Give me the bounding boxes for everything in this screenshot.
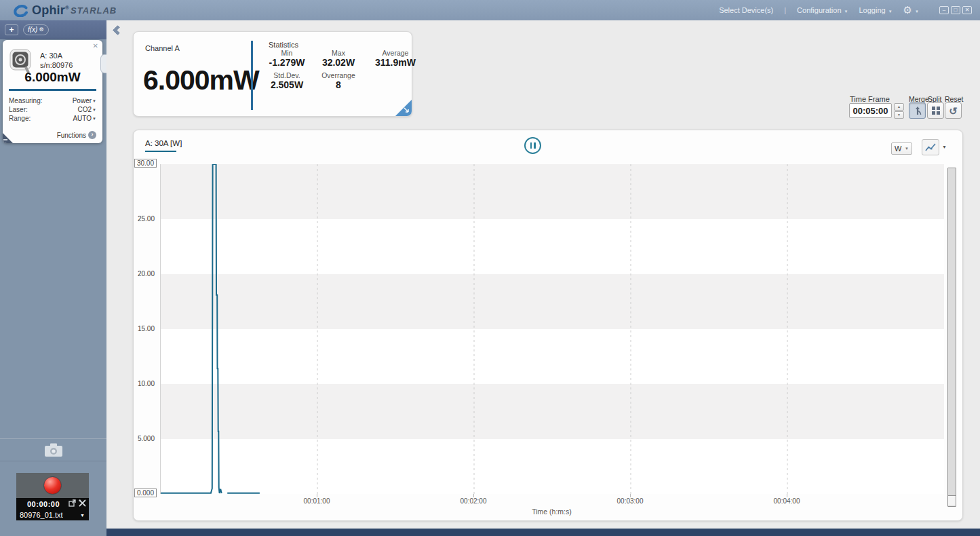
menu-configuration[interactable]: Configuration▼ xyxy=(797,6,848,14)
recording-panel: 00:00:00 80976_01.txt ▼ xyxy=(16,473,89,520)
spinner-up-icon[interactable]: ▲ xyxy=(894,103,904,111)
chevron-down-icon[interactable]: ▼ xyxy=(942,145,947,149)
stat-value: 2.505W xyxy=(261,79,313,90)
tools-icon[interactable] xyxy=(79,499,86,507)
laser-row: Laser: CO2▼ xyxy=(9,106,96,115)
close-button[interactable]: ✕ xyxy=(962,6,972,14)
recording-filename: 80976_01.txt xyxy=(20,511,63,519)
recording-panel-top xyxy=(16,473,89,498)
split-button[interactable] xyxy=(927,102,944,119)
starlab-window: Ophir® STARLAB Select Device(s) | Config… xyxy=(0,0,980,536)
gear-icon: ⚙ xyxy=(39,25,43,35)
slider-thumb[interactable] xyxy=(948,495,956,505)
unit-select[interactable]: W ▼ xyxy=(891,142,912,155)
top-menu: Select Device(s) | Configuration▼ Loggin… xyxy=(719,0,972,20)
stat-average: Average 311.9mW xyxy=(364,49,427,68)
stat-value: 8 xyxy=(313,79,364,90)
record-button[interactable] xyxy=(43,476,62,495)
x-axis-tick: 00:02:00 xyxy=(453,497,494,505)
pause-icon xyxy=(534,142,536,149)
y-axis-labels: 30.0025.0020.0015.0010.005.0000.000 xyxy=(134,130,155,520)
recording-timer: 00:00:00 xyxy=(27,500,60,508)
laser-select[interactable]: CO2▼ xyxy=(77,106,96,113)
stat-value: 311.9mW xyxy=(364,57,427,68)
chevron-down-icon: ▼ xyxy=(844,9,848,14)
snapshot-row xyxy=(0,438,106,461)
sidebar-collapse-handle[interactable] xyxy=(100,54,106,73)
recording-panel-bottom: 00:00:00 80976_01.txt ▼ xyxy=(16,498,89,520)
restore-button[interactable]: □ xyxy=(951,6,960,14)
vertical-zoom-slider[interactable] xyxy=(947,168,956,507)
add-device-button[interactable]: + xyxy=(5,24,18,35)
y-axis-tick: 30.00 xyxy=(134,159,157,168)
menu-configuration-label: Configuration xyxy=(797,6,841,14)
minimize-button[interactable]: – xyxy=(939,6,949,14)
stats-grid: Min -1.279W Max 32.02W Average 311.9mW S… xyxy=(261,49,427,90)
time-frame-input[interactable] xyxy=(849,103,892,118)
gear-icon: ⚙ xyxy=(903,4,912,16)
spinner-down-icon[interactable]: ▼ xyxy=(894,111,904,119)
stat-max: Max 32.02W xyxy=(313,49,364,68)
popout-icon[interactable] xyxy=(68,499,76,507)
channel-reading: 6.000mW xyxy=(143,64,259,96)
chevron-down-icon: ▼ xyxy=(92,108,96,112)
measuring-select[interactable]: Power▼ xyxy=(73,97,96,104)
brand-subname: STARLAB xyxy=(71,5,117,16)
chevron-down-icon: ▼ xyxy=(92,117,96,121)
stat-label: Max xyxy=(313,49,364,57)
stat-label: Std.Dev. xyxy=(261,71,313,79)
resize-corner-handle[interactable] xyxy=(395,100,412,116)
menu-select-devices[interactable]: Select Device(s) xyxy=(719,6,773,14)
ophir-swoosh-icon xyxy=(12,3,28,17)
y-axis-tick: 0.000 xyxy=(134,489,157,497)
stat-label: Average xyxy=(364,49,427,57)
arrow-right-icon: › xyxy=(88,131,96,139)
stats-divider xyxy=(251,41,253,110)
stat-value: -1.279W xyxy=(261,57,313,68)
registered-mark: ® xyxy=(65,5,69,11)
chevron-down-icon: ▼ xyxy=(888,9,893,14)
device-card[interactable]: ✕ A: 30A s/n:80976 6.000mW Measuring: Po… xyxy=(3,40,102,143)
merge-button[interactable] xyxy=(909,102,926,119)
reset-button[interactable]: ↺ xyxy=(945,102,962,119)
split-grid-icon xyxy=(931,106,941,115)
reset-icon: ↺ xyxy=(949,106,958,116)
unit-select-value: W xyxy=(895,145,901,153)
y-axis-tick: 5.000 xyxy=(138,435,155,442)
chart-type-button[interactable] xyxy=(922,139,939,155)
laser-label: Laser: xyxy=(9,106,28,113)
functions-link[interactable]: Functions › xyxy=(57,131,96,139)
sidebar-header: + f(x)⚙ xyxy=(0,20,106,39)
x-axis-title: Time (h:m:s) xyxy=(160,508,943,516)
channel-stats-card: Channel A 6.000mW Statistics Min -1.279W… xyxy=(133,31,412,117)
x-axis-tick: 00:01:00 xyxy=(296,497,337,505)
y-axis-tick: 20.00 xyxy=(138,270,155,277)
card-corner-fold[interactable] xyxy=(3,133,13,143)
measuring-label: Measuring: xyxy=(9,97,42,104)
stat-label: Overrange xyxy=(313,71,364,79)
close-icon[interactable]: ✕ xyxy=(93,42,98,50)
plot-area[interactable] xyxy=(160,164,943,494)
chevron-down-icon: ▼ xyxy=(905,147,909,151)
ophir-logo: Ophir® STARLAB xyxy=(12,3,117,18)
range-select[interactable]: AUTO▼ xyxy=(73,115,96,122)
camera-icon[interactable] xyxy=(44,442,63,457)
pause-button[interactable] xyxy=(524,137,541,154)
bottom-status-bar xyxy=(106,529,980,536)
chevron-down-icon[interactable]: ▼ xyxy=(80,513,85,518)
pause-icon xyxy=(530,142,532,149)
functions-config-button[interactable]: f(x)⚙ xyxy=(23,24,49,35)
menu-logging[interactable]: Logging▼ xyxy=(859,6,892,14)
y-axis-tick: 15.00 xyxy=(138,325,155,332)
recording-file-row: 80976_01.txt ▼ xyxy=(16,510,89,520)
stat-value: 32.02W xyxy=(313,57,364,68)
stat-overrange: Overrange 8 xyxy=(313,71,364,90)
stat-label: Min xyxy=(261,49,313,57)
chevron-down-icon: ▼ xyxy=(915,9,919,14)
stat-min: Min -1.279W xyxy=(261,49,313,68)
plot-canvas xyxy=(161,164,944,494)
settings-menu[interactable]: ⚙▼ xyxy=(903,4,919,16)
x-axis-tick: 00:03:00 xyxy=(610,497,650,505)
stat-stddev: Std.Dev. 2.505W xyxy=(261,71,313,90)
title-bar: Ophir® STARLAB Select Device(s) | Config… xyxy=(0,0,980,20)
